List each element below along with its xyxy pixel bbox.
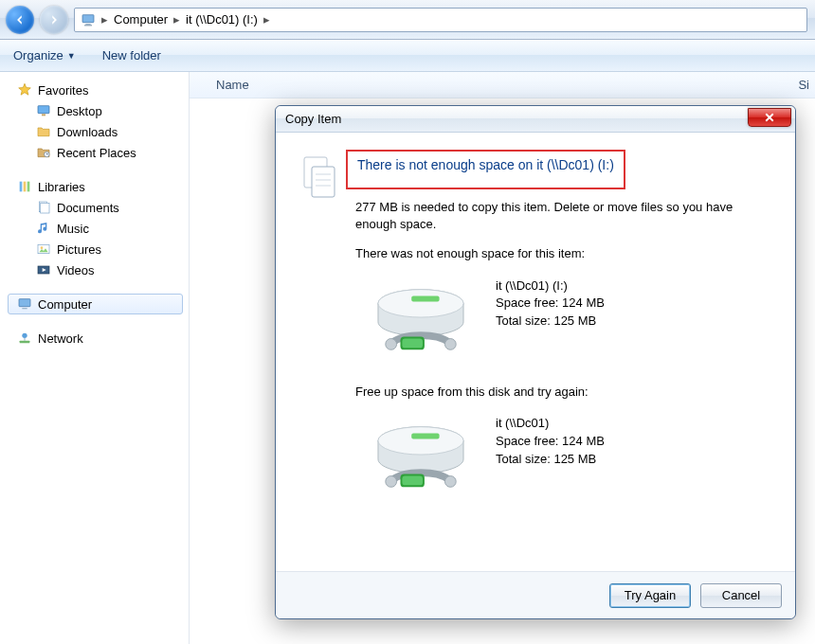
- sidebar-label: Videos: [57, 263, 95, 277]
- address-bar[interactable]: ▸ Computer ▸ it (\\Dc01) (I:) ▸: [74, 8, 807, 32]
- drive-block-1: it (\\Dc01) (I:) Space free: 124 MB Tota…: [355, 276, 770, 363]
- sidebar-label: Recent Places: [57, 146, 136, 160]
- nav-pane: Favorites Desktop Downloads Recent Place…: [0, 72, 190, 644]
- sidebar-item-pictures[interactable]: Pictures: [8, 239, 189, 259]
- svg-rect-25: [411, 295, 439, 301]
- svg-rect-17: [20, 341, 30, 344]
- copy-item-dialog: Copy Item There is not enough space on i…: [275, 105, 796, 619]
- music-icon: [36, 221, 51, 236]
- recent-icon: [36, 145, 51, 160]
- dialog-body: There is not enough space on it (\\Dc01)…: [276, 133, 795, 571]
- drive1-name: it (\\Dc01) (I:): [496, 277, 605, 295]
- svg-point-35: [444, 476, 456, 488]
- nav-forward-button[interactable]: [40, 6, 68, 34]
- documents-icon: [36, 200, 51, 215]
- libraries-icon: [17, 179, 32, 194]
- svg-rect-14: [19, 299, 30, 307]
- sidebar-item-computer[interactable]: Computer: [8, 294, 183, 314]
- breadcrumb-drive[interactable]: it (\\Dc01) (I:): [186, 12, 258, 27]
- organize-label: Organize: [13, 48, 63, 63]
- organize-menu[interactable]: Organize ▼: [13, 48, 76, 63]
- sidebar-label: Libraries: [38, 180, 85, 194]
- svg-rect-6: [20, 182, 23, 192]
- close-button[interactable]: [748, 108, 791, 127]
- drive1-free: Space free: 124 MB: [496, 295, 605, 313]
- svg-rect-1: [85, 24, 90, 25]
- sidebar-label: Favorites: [38, 83, 88, 98]
- svg-point-16: [22, 333, 27, 338]
- svg-rect-3: [38, 106, 49, 114]
- svg-rect-0: [82, 14, 94, 22]
- svg-point-29: [386, 338, 397, 349]
- computer-icon: [17, 296, 32, 312]
- svg-rect-2: [84, 25, 92, 26]
- sidebar-item-recent[interactable]: Recent Places: [8, 142, 189, 163]
- pictures-icon: [36, 242, 51, 257]
- close-icon: [764, 112, 775, 123]
- svg-point-36: [386, 476, 397, 488]
- cancel-button[interactable]: Cancel: [700, 583, 782, 608]
- breadcrumb-separator-icon: ▸: [263, 12, 270, 27]
- column-header-row: Name Si: [190, 72, 815, 98]
- svg-rect-32: [411, 434, 439, 439]
- sidebar-item-desktop[interactable]: Desktop: [8, 100, 189, 121]
- sidebar-group-libraries[interactable]: Libraries: [8, 176, 189, 197]
- svg-rect-8: [27, 182, 30, 192]
- dialog-freeup-text: Free up space from this disk and try aga…: [355, 384, 770, 401]
- dialog-title: Copy Item: [285, 112, 341, 126]
- dialog-button-row: Try Again Cancel: [276, 571, 795, 618]
- svg-rect-10: [41, 203, 49, 213]
- videos-icon: [36, 262, 51, 277]
- copy-pages-icon: [300, 155, 338, 558]
- drive2-name: it (\\Dc01): [496, 415, 605, 433]
- star-icon: [17, 82, 32, 98]
- network-drive-icon: [365, 276, 477, 363]
- svg-point-28: [444, 338, 456, 349]
- dialog-titlebar[interactable]: Copy Item: [276, 106, 795, 133]
- column-name[interactable]: Name: [216, 78, 425, 92]
- highlight-annotation: There is not enough space on it (\\Dc01)…: [346, 150, 625, 189]
- column-size-truncated[interactable]: Si: [798, 78, 815, 92]
- breadcrumb-computer[interactable]: Computer: [114, 12, 168, 27]
- breadcrumb-separator-icon: ▸: [101, 12, 108, 27]
- network-drive-icon: [365, 413, 477, 500]
- new-folder-label: New folder: [102, 48, 161, 63]
- svg-rect-4: [42, 114, 45, 116]
- dialog-headline: There is not enough space on it (\\Dc01)…: [357, 157, 614, 172]
- computer-icon: [81, 12, 96, 27]
- svg-rect-34: [402, 476, 423, 486]
- new-folder-button[interactable]: New folder: [102, 48, 161, 63]
- folder-icon: [36, 124, 51, 139]
- sidebar-item-music[interactable]: Music: [8, 218, 189, 239]
- drive2-free: Space free: 124 MB: [496, 433, 605, 451]
- try-again-button[interactable]: Try Again: [609, 583, 691, 608]
- dialog-need-text: 277 MB is needed to copy this item. Dele…: [355, 199, 770, 232]
- svg-rect-15: [22, 308, 27, 309]
- svg-point-12: [41, 246, 44, 249]
- desktop-icon: [36, 103, 51, 118]
- sidebar-item-downloads[interactable]: Downloads: [8, 121, 189, 142]
- sidebar-item-network[interactable]: Network: [8, 328, 189, 349]
- sidebar-label: Documents: [57, 201, 119, 215]
- drive1-total: Total size: 125 MB: [496, 313, 605, 331]
- svg-rect-19: [312, 167, 335, 197]
- sidebar-label: Desktop: [57, 104, 102, 118]
- sidebar-label: Music: [57, 222, 89, 236]
- network-icon: [17, 331, 32, 346]
- chevron-down-icon: ▼: [67, 51, 76, 61]
- explorer-navbar: ▸ Computer ▸ it (\\Dc01) (I:) ▸: [0, 0, 815, 40]
- svg-point-24: [378, 289, 463, 316]
- sidebar-item-videos[interactable]: Videos: [8, 259, 189, 280]
- drive2-total: Total size: 125 MB: [496, 451, 605, 469]
- sidebar-item-documents[interactable]: Documents: [8, 197, 189, 218]
- drive-block-2: it (\\Dc01) Space free: 124 MB Total siz…: [355, 413, 770, 500]
- sidebar-group-favorites[interactable]: Favorites: [8, 80, 189, 100]
- explorer-toolbar: Organize ▼ New folder: [0, 40, 815, 72]
- breadcrumb-separator-icon: ▸: [173, 12, 180, 27]
- sidebar-label: Downloads: [57, 125, 118, 139]
- sidebar-label: Network: [38, 331, 83, 346]
- nav-back-button[interactable]: [6, 6, 34, 34]
- svg-rect-27: [402, 338, 423, 348]
- sidebar-label: Computer: [38, 297, 92, 312]
- dialog-not-enough-text: There was not enough space for this item…: [355, 245, 770, 262]
